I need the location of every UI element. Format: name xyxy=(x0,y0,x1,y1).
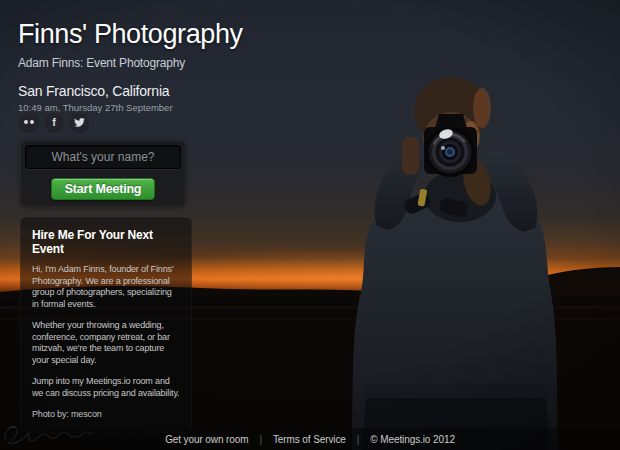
footer-bar: Get your own room | Terms of Service | ©… xyxy=(0,428,620,450)
copyright-text: © Meetings.io 2012 xyxy=(370,434,455,445)
facebook-button[interactable]: f xyxy=(45,113,63,131)
social-links: f xyxy=(20,113,88,131)
name-input[interactable] xyxy=(25,145,181,169)
footer-separator: | xyxy=(357,434,360,445)
flickr-button[interactable] xyxy=(20,113,38,131)
twitter-button[interactable] xyxy=(70,113,88,131)
hire-card: Hire Me For Your Next Event Hi, I'm Adam… xyxy=(20,217,192,433)
flickr-icon xyxy=(24,120,34,124)
header: Finns' Photography Adam Finns: Event Pho… xyxy=(18,19,243,113)
local-datetime: 10:49 am, Thursday 27th September xyxy=(18,102,243,113)
photo-credit: Photo by: mescon xyxy=(32,409,180,421)
hire-card-paragraph: Whether your throwing a wedding, confere… xyxy=(32,320,180,366)
footer-separator: | xyxy=(259,434,262,445)
join-panel: Start Meeting xyxy=(20,140,186,207)
location-text: San Francisco, California xyxy=(18,83,243,99)
hire-card-paragraph: Hi, I'm Adam Finns, founder of Finns' Ph… xyxy=(32,264,180,310)
page-title: Finns' Photography xyxy=(18,19,243,50)
facebook-icon: f xyxy=(52,116,56,127)
twitter-icon xyxy=(74,118,85,127)
start-meeting-button[interactable]: Start Meeting xyxy=(51,178,155,200)
hire-card-title: Hire Me For Your Next Event xyxy=(32,228,180,256)
hire-card-paragraph: Jump into my Meetings.io room and we can… xyxy=(32,376,180,399)
terms-of-service-link[interactable]: Terms of Service xyxy=(273,434,346,445)
photographer-figure xyxy=(352,77,558,450)
left-hand xyxy=(402,137,419,175)
get-your-own-room-link[interactable]: Get your own room xyxy=(165,434,248,445)
page-subtitle: Adam Finns: Event Photography xyxy=(18,56,243,70)
